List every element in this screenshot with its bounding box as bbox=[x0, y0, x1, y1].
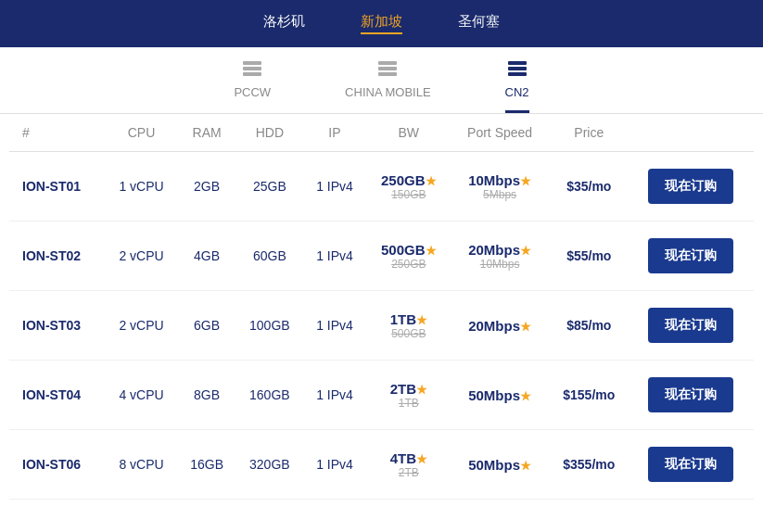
cell-ip: 1 IPv4 bbox=[303, 222, 366, 291]
table-row: ION-ST04 4 vCPU 8GB 160GB 1 IPv4 2TB★ 1T… bbox=[9, 361, 754, 430]
buy-button-ion-st04[interactable]: 现在订购 bbox=[648, 377, 733, 412]
cell-bw: 250GB★ 150GB bbox=[366, 152, 451, 222]
col-header-port: Port Speed bbox=[451, 114, 549, 152]
cell-price: $155/mo bbox=[548, 361, 629, 430]
bw-star: ★ bbox=[426, 174, 437, 188]
cell-ram: 8GB bbox=[178, 361, 236, 430]
cell-port: 20Mbps★ 10Mbps bbox=[451, 222, 549, 291]
cell-ram: 2GB bbox=[178, 152, 236, 222]
city-tab-singapore[interactable]: 新加坡 bbox=[361, 13, 402, 34]
cell-cpu: 8 vCPU bbox=[105, 430, 177, 500]
svg-rect-5 bbox=[378, 72, 397, 76]
port-star: ★ bbox=[520, 320, 531, 334]
table-header-row: # CPU RAM HDD IP BW Port Speed Price bbox=[9, 114, 754, 152]
cell-port: 50Mbps★ bbox=[451, 361, 549, 430]
table-row: ION-ST01 1 vCPU 2GB 25GB 1 IPv4 250GB★ 1… bbox=[9, 152, 754, 222]
cell-ip: 1 IPv4 bbox=[303, 361, 366, 430]
svg-rect-3 bbox=[378, 61, 397, 65]
svg-rect-7 bbox=[508, 67, 527, 70]
tab-cn2-label: CN2 bbox=[505, 85, 529, 99]
tab-china-mobile[interactable]: CHINA MOBILE bbox=[345, 60, 430, 113]
bw-old: 2TB bbox=[374, 466, 444, 479]
cell-id: ION-ST02 bbox=[9, 222, 105, 291]
port-star: ★ bbox=[520, 244, 531, 258]
col-header-hdd: HDD bbox=[236, 114, 304, 152]
buy-button-ion-st02[interactable]: 现在订购 bbox=[648, 238, 733, 273]
table-row: ION-ST06 8 vCPU 16GB 320GB 1 IPv4 4TB★ 2… bbox=[9, 430, 754, 500]
cell-id: ION-ST04 bbox=[9, 361, 105, 430]
cell-price: $85/mo bbox=[548, 291, 629, 361]
bw-star: ★ bbox=[426, 244, 437, 258]
cell-price: $355/mo bbox=[548, 430, 629, 500]
cell-ram: 16GB bbox=[178, 430, 236, 500]
city-tab-losangeles[interactable]: 洛杉矶 bbox=[263, 13, 305, 34]
svg-rect-2 bbox=[243, 72, 261, 76]
buy-button-ion-st03[interactable]: 现在订购 bbox=[648, 308, 733, 343]
cell-price: $35/mo bbox=[548, 152, 629, 222]
cell-bw: 2TB★ 1TB bbox=[366, 361, 451, 430]
svg-rect-8 bbox=[508, 72, 527, 76]
port-new: 20Mbps★ bbox=[468, 242, 531, 258]
stack-icon-pccw bbox=[242, 60, 262, 82]
cell-bw: 500GB★ 250GB bbox=[366, 222, 451, 291]
bw-old: 250GB bbox=[374, 258, 444, 271]
port-star: ★ bbox=[520, 459, 531, 473]
network-tabs-bar: PCCW CHINA MOBILE CN2 bbox=[0, 47, 763, 114]
cell-bw: 1TB★ 500GB bbox=[366, 291, 451, 361]
cell-port: 20Mbps★ bbox=[451, 291, 549, 361]
cell-cpu: 1 vCPU bbox=[105, 152, 177, 222]
plans-table-wrap: # CPU RAM HDD IP BW Port Speed Price ION… bbox=[0, 114, 763, 500]
cell-action: 现在订购 bbox=[629, 222, 754, 291]
col-header-ram: RAM bbox=[178, 114, 236, 152]
cell-ip: 1 IPv4 bbox=[303, 152, 366, 222]
col-header-action bbox=[629, 114, 754, 152]
cell-cpu: 2 vCPU bbox=[105, 291, 177, 361]
bw-old: 150GB bbox=[374, 188, 444, 201]
svg-rect-1 bbox=[243, 67, 261, 70]
port-new: 20Mbps★ bbox=[468, 318, 531, 334]
bw-new: 500GB★ bbox=[381, 242, 437, 258]
cell-ram: 4GB bbox=[178, 222, 236, 291]
bw-new: 250GB★ bbox=[381, 172, 437, 188]
bw-old: 500GB bbox=[374, 327, 444, 340]
cell-price: $55/mo bbox=[548, 222, 629, 291]
table-row: ION-ST02 2 vCPU 4GB 60GB 1 IPv4 500GB★ 2… bbox=[9, 222, 754, 291]
cell-port: 10Mbps★ 5Mbps bbox=[451, 152, 549, 222]
table-row: ION-ST03 2 vCPU 6GB 100GB 1 IPv4 1TB★ 50… bbox=[9, 291, 754, 361]
cell-cpu: 4 vCPU bbox=[105, 361, 177, 430]
port-star: ★ bbox=[520, 174, 531, 188]
cell-ip: 1 IPv4 bbox=[303, 291, 366, 361]
port-new: 10Mbps★ bbox=[468, 172, 531, 188]
buy-button-ion-st06[interactable]: 现在订购 bbox=[648, 447, 733, 482]
col-header-num: # bbox=[9, 114, 105, 152]
cell-ip: 1 IPv4 bbox=[303, 430, 366, 500]
port-old: 5Mbps bbox=[459, 188, 541, 201]
col-header-ip: IP bbox=[303, 114, 366, 152]
cell-action: 现在订购 bbox=[629, 152, 754, 222]
tab-china-mobile-label: CHINA MOBILE bbox=[345, 85, 430, 99]
cell-action: 现在订购 bbox=[629, 291, 754, 361]
bw-star: ★ bbox=[416, 383, 427, 397]
port-star: ★ bbox=[520, 389, 531, 403]
tab-pccw[interactable]: PCCW bbox=[234, 60, 271, 113]
bw-new: 4TB★ bbox=[390, 450, 427, 466]
cell-bw: 4TB★ 2TB bbox=[366, 430, 451, 500]
city-tabs-bar: 洛杉矶 新加坡 圣何塞 bbox=[0, 0, 763, 47]
port-new: 50Mbps★ bbox=[468, 457, 531, 473]
svg-rect-4 bbox=[378, 67, 397, 70]
tab-cn2[interactable]: CN2 bbox=[505, 60, 529, 113]
cell-id: ION-ST06 bbox=[9, 430, 105, 500]
svg-rect-0 bbox=[243, 61, 261, 65]
col-header-price: Price bbox=[548, 114, 629, 152]
bw-star: ★ bbox=[416, 452, 427, 466]
col-header-bw: BW bbox=[366, 114, 451, 152]
cell-hdd: 320GB bbox=[236, 430, 304, 500]
bw-star: ★ bbox=[416, 313, 427, 327]
buy-button-ion-st01[interactable]: 现在订购 bbox=[648, 169, 733, 204]
stack-icon-cn2 bbox=[507, 60, 528, 82]
cell-action: 现在订购 bbox=[629, 430, 754, 500]
cell-hdd: 100GB bbox=[236, 291, 304, 361]
cell-hdd: 160GB bbox=[236, 361, 304, 430]
city-tab-sanjose[interactable]: 圣何塞 bbox=[458, 13, 500, 34]
bw-old: 1TB bbox=[374, 397, 444, 410]
